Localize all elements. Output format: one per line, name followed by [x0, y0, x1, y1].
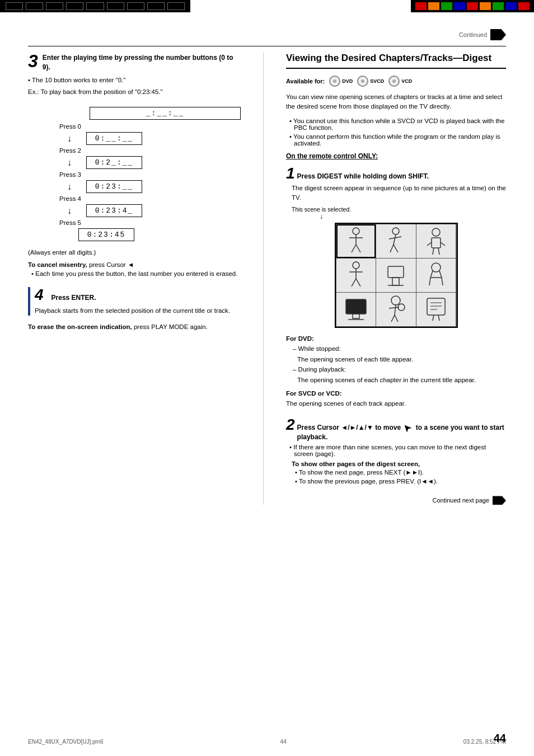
- scene-figure-4: [344, 261, 368, 290]
- digest-bullet-1: To show the next page, press NEXT (►►I).: [292, 469, 506, 476]
- svg-line-28: [442, 278, 443, 285]
- step-4-title: Press ENTER.: [51, 294, 96, 302]
- top-bar-center: [190, 0, 411, 12]
- horizontal-rule: [28, 46, 506, 46]
- svg-rect-39: [427, 298, 445, 315]
- main-layout: 3 Enter the playing time by pressing the…: [28, 52, 506, 505]
- step-r2-header: 2 Press Cursor ◄/►/▲/▼ to move to a scen…: [286, 417, 506, 442]
- for-dvd-item-1-desc: The opening scenes of each title appear.: [286, 354, 506, 364]
- scene-figure-3: [424, 227, 448, 256]
- scene-figure-8: [383, 295, 408, 324]
- scene-cell-1: [336, 224, 376, 258]
- scene-grid: [336, 224, 457, 327]
- svg-point-0: [353, 228, 359, 234]
- dvd-label: DVD: [342, 78, 353, 84]
- scene-figure-9: [424, 295, 448, 324]
- svg-line-36: [391, 315, 395, 322]
- press-label-0: Press 0: [50, 123, 81, 130]
- step-3-note: • The 10 button works to enter "0.": [28, 76, 241, 85]
- color-block: [505, 2, 517, 10]
- footer: EN42_48UX_A7DVD[UJ].pm6 44 03.2.25, 8:52…: [0, 739, 534, 745]
- scene-figure-7: [344, 295, 368, 324]
- header-row: Continued: [28, 29, 506, 40]
- svg-marker-45: [405, 425, 411, 432]
- for-dvd-item-2-desc: The opening scenes of each chapter in th…: [286, 375, 506, 385]
- page-number: 44: [494, 732, 506, 745]
- time-initial-display: _:__:__: [90, 107, 241, 120]
- arrow-down-icon-4: ↓: [58, 206, 81, 215]
- svg-point-10: [432, 228, 440, 236]
- svg-line-43: [433, 315, 434, 321]
- cancel-bullet: Each time you press the button, the last…: [28, 270, 241, 277]
- press-label-row-0: Press 0: [50, 123, 241, 130]
- press-display-row-3: ↓ 0:23:__: [50, 180, 241, 193]
- top-bar-block: [46, 2, 63, 10]
- page-content: Continued 3 Enter the playing time by pr…: [0, 12, 534, 516]
- svg-line-15: [438, 248, 439, 255]
- time-box-5: 0:23:45: [78, 228, 134, 241]
- step-r1-title: Press DIGEST while holding down SHIFT.: [297, 172, 429, 181]
- vcd-icon: [388, 76, 400, 87]
- arrow-down-icon-3: ↓: [58, 182, 81, 191]
- press-label-row-5: Press 5: [50, 219, 241, 226]
- right-bullet-1: You cannot use this function while a SVC…: [286, 118, 506, 131]
- disc-dvd: DVD: [329, 76, 353, 87]
- time-box-3: 0:23:__: [86, 180, 142, 193]
- svg-line-27: [429, 278, 430, 285]
- continued-arrow-icon: [490, 29, 506, 40]
- step-3-example: Ex.: To play back from the position of "…: [28, 87, 241, 97]
- scene-figure-2: [383, 227, 408, 256]
- scene-figure-5: [383, 261, 408, 290]
- scene-illustration: This scene is selected. ↓: [286, 206, 506, 328]
- top-bar-block: [127, 2, 144, 10]
- step-r2-number: 2: [286, 417, 295, 433]
- svg-line-20: [356, 279, 360, 287]
- press-display-row-4: ↓ 0:23:4_: [50, 204, 241, 217]
- svg-line-14: [433, 248, 434, 255]
- digest-label: To show other pages of the digest screen…: [292, 461, 506, 467]
- for-dvd-title: For DVD:: [286, 334, 506, 344]
- svg-point-16: [353, 262, 359, 269]
- press-label-2: Press 2: [50, 147, 81, 154]
- step-r2-title: Press Cursor ◄/►/▲/▼ to move to a scene …: [297, 423, 506, 442]
- press-label-4: Press 4: [50, 195, 81, 202]
- color-block: [467, 2, 478, 10]
- top-bar-block: [26, 2, 43, 10]
- color-block: [428, 2, 439, 10]
- disc-vcd: VCD: [388, 76, 412, 87]
- svg-rect-31: [353, 314, 359, 318]
- svg-rect-30: [346, 299, 366, 314]
- color-block: [480, 2, 491, 10]
- digest-bullet-2: To show the previous page, press PREV. (…: [292, 478, 506, 485]
- press-row-3: Press 3 ↓ 0:23:__: [50, 171, 241, 193]
- svg-line-8: [390, 245, 394, 252]
- arrow-down-icon-0: ↓: [58, 134, 81, 143]
- press-display-row-5: 0:23:45: [50, 228, 241, 241]
- step-3-body: • The 10 button works to enter "0." Ex.:…: [28, 76, 241, 97]
- svcd-icon: [357, 76, 368, 87]
- color-block: [415, 2, 427, 10]
- step-r1-body: The digest screen appear in sequence (up…: [292, 184, 506, 203]
- continued-next-page-text: Continued next page: [432, 497, 489, 504]
- svg-line-19: [352, 279, 356, 287]
- press-label-3: Press 3: [50, 171, 81, 178]
- scene-figure-1: [344, 227, 368, 256]
- top-bar-block: [86, 2, 104, 10]
- press-label-row-4: Press 4: [50, 195, 241, 202]
- svg-rect-21: [388, 266, 404, 278]
- available-row: Available for: DVD SVCD VCD: [286, 76, 506, 87]
- for-dvd-section: For DVD: While stopped: The opening scen…: [286, 334, 506, 409]
- step-r1-number: 1: [286, 166, 295, 181]
- scene-cell-9: [416, 293, 456, 326]
- scene-cell-6: [416, 259, 456, 292]
- disc-svcd: SVCD: [357, 76, 384, 87]
- press-display-row-0: ↓ 0:__:__: [50, 132, 241, 145]
- scene-cell-8: [376, 293, 416, 326]
- svcd-label: SVCD: [370, 78, 384, 84]
- footer-left: EN42_48UX_A7DVD[UJ].pm6: [28, 739, 104, 745]
- color-block: [518, 2, 530, 10]
- for-dvd-item-1: While stopped:: [286, 344, 506, 354]
- dvd-icon: [329, 76, 340, 87]
- step-3-number: 3: [28, 52, 38, 70]
- svg-line-4: [356, 245, 360, 252]
